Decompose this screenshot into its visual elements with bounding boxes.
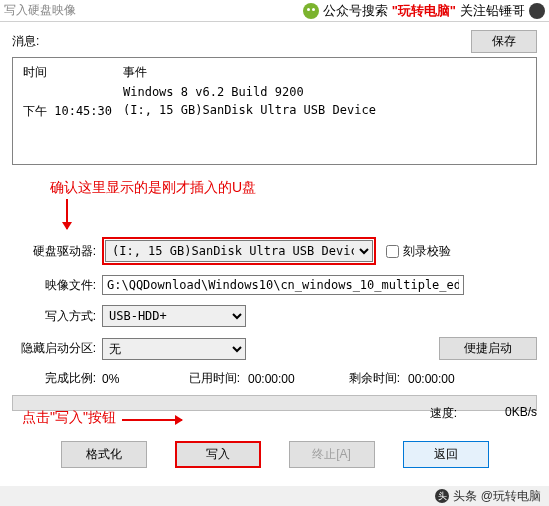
abort-button: 终止[A]	[289, 441, 375, 468]
verify-checkbox-label: 刻录校验	[403, 243, 451, 260]
progress-ratio-label: 完成比例:	[12, 370, 102, 387]
image-file-input[interactable]	[102, 275, 464, 295]
promo-search-label: 公众号搜索	[323, 2, 388, 20]
message-log[interactable]: 时间 事件 Windows 8 v6.2 Build 9200 下午 10:45…	[12, 57, 537, 165]
promo-brand: "玩转电脑"	[392, 2, 456, 20]
elapsed-time-label: 已用时间:	[170, 370, 240, 387]
footer-watermark: 头 头条 @玩转电脑	[0, 486, 549, 506]
log-time-cell: 下午 10:45:30	[23, 103, 123, 120]
drive-label: 硬盘驱动器:	[12, 243, 102, 260]
promo-follow: 关注铅锤哥	[460, 2, 525, 20]
window-titlebar: 写入硬盘映像 公众号搜索 "玩转电脑" 关注铅锤哥	[0, 0, 549, 22]
toutiao-icon: 头	[435, 489, 449, 503]
footer-text: 头条 @玩转电脑	[453, 488, 541, 505]
format-button[interactable]: 格式化	[61, 441, 147, 468]
progress-ratio-value: 0%	[102, 372, 170, 386]
annotation-click-write: 点击"写入"按钮	[22, 409, 182, 427]
convenient-boot-button[interactable]: 便捷启动	[439, 337, 537, 360]
arrow-down-icon	[66, 199, 68, 229]
hidden-partition-label: 隐藏启动分区:	[12, 340, 102, 357]
speed-label: 速度:	[407, 405, 457, 427]
arrow-right-icon	[122, 419, 182, 421]
speed-value: 0KB/s	[457, 405, 537, 427]
hidden-partition-select[interactable]: 无	[102, 338, 246, 360]
log-event-cell: (I:, 15 GB)SanDisk Ultra USB Device	[123, 103, 376, 120]
annotation-confirm-usb: 确认这里显示的是刚才插入的U盘	[50, 179, 537, 197]
window-title: 写入硬盘映像	[4, 2, 76, 19]
topbar-promo: 公众号搜索 "玩转电脑" 关注铅锤哥	[303, 2, 545, 20]
log-time-cell	[23, 85, 123, 99]
log-event-header: 事件	[123, 64, 147, 81]
save-button[interactable]: 保存	[471, 30, 537, 53]
verify-checkbox[interactable]	[386, 245, 399, 258]
wechat-icon	[303, 3, 319, 19]
log-time-header: 时间	[23, 64, 123, 81]
remain-time-label: 剩余时间:	[330, 370, 400, 387]
hammer-icon	[529, 3, 545, 19]
message-label: 消息:	[12, 33, 471, 50]
elapsed-time-value: 00:00:00	[240, 372, 330, 386]
log-event-cell: Windows 8 v6.2 Build 9200	[123, 85, 304, 99]
write-button[interactable]: 写入	[175, 441, 261, 468]
write-mode-select[interactable]: USB-HDD+	[102, 305, 246, 327]
image-file-label: 映像文件:	[12, 277, 102, 294]
write-mode-label: 写入方式:	[12, 308, 102, 325]
back-button[interactable]: 返回	[403, 441, 489, 468]
drive-highlight: (I:, 15 GB)SanDisk Ultra USB Device	[102, 237, 376, 265]
verify-checkbox-wrap[interactable]: 刻录校验	[386, 243, 451, 260]
drive-select[interactable]: (I:, 15 GB)SanDisk Ultra USB Device	[105, 240, 373, 262]
remain-time-value: 00:00:00	[400, 372, 455, 386]
